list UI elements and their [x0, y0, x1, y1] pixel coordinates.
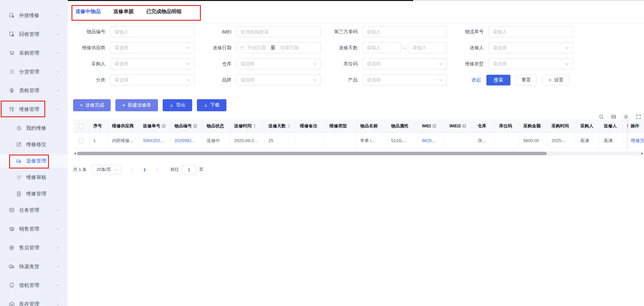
- sidebar-item-repair-audit[interactable]: 维修审核: [0, 171, 68, 184]
- item-no-input[interactable]: [110, 26, 195, 37]
- location-code-select[interactable]: 请选择: [362, 58, 447, 69]
- goto-page-input[interactable]: [182, 165, 197, 174]
- sidebar-item-repair-transfer[interactable]: 维修移交: [0, 138, 68, 151]
- sidebar-item-inventory[interactable]: 库存管理: [0, 297, 68, 306]
- buyer-select[interactable]: 请选择: [110, 58, 195, 69]
- col-item-status: 物品状态: [203, 119, 230, 132]
- table-inner: 序号 维修供应商 送修单号 物品编号 物品状态 送修时间 送修天数: [73, 119, 644, 149]
- reset-button[interactable]: 重置: [516, 75, 537, 85]
- cell-item-status: 送修中: [203, 133, 230, 148]
- tab-completed-item-details[interactable]: 已完成物品明细: [146, 8, 181, 15]
- col-send-days[interactable]: 送修天数: [264, 119, 296, 132]
- chevron-down-icon: [56, 70, 60, 74]
- sidebar-item-my-repairs[interactable]: 我的维修: [0, 121, 68, 135]
- next-page-icon[interactable]: [155, 168, 159, 172]
- sort-icon[interactable]: [287, 124, 290, 128]
- chevron-down-icon: [186, 46, 191, 50]
- plus-icon: +: [122, 103, 125, 108]
- repair-order-link[interactable]: SWX202...: [143, 138, 164, 143]
- send-days-min-input[interactable]: 请输入: [362, 42, 401, 53]
- fullscreen-icon[interactable]: [636, 114, 641, 120]
- table-density-icon[interactable]: [611, 114, 616, 120]
- cell-imei: IM25...: [418, 133, 445, 148]
- copy-icon[interactable]: [462, 124, 466, 128]
- download-button[interactable]: 下载: [197, 99, 226, 111]
- repair-doc-icon: [16, 191, 22, 197]
- collapse-link[interactable]: 收起: [472, 77, 481, 83]
- sidebar-item-quality[interactable]: 质检管理: [0, 84, 68, 97]
- repair-complete-button[interactable]: + 送修完成: [73, 99, 111, 111]
- category-select[interactable]: 请选择: [110, 74, 195, 85]
- sales-icon: [9, 226, 15, 232]
- page-size-select[interactable]: 20条/页: [92, 165, 121, 174]
- create-repair-order-button[interactable]: + 新建送修单: [115, 99, 158, 111]
- cell-repair-type: [325, 133, 356, 148]
- sidebar-item-external-repair[interactable]: 外接维修: [0, 9, 68, 22]
- product-select[interactable]: 请选择: [362, 74, 447, 85]
- scroll-left-arrow-icon[interactable]: [74, 152, 76, 155]
- repair-complete-link[interactable]: 维修完成: [631, 138, 644, 144]
- prev-page-icon[interactable]: [130, 168, 135, 172]
- sort-icon[interactable]: [253, 124, 256, 128]
- copy-icon[interactable]: [162, 124, 166, 128]
- current-page[interactable]: 1: [143, 167, 146, 172]
- chevron-down-icon: [56, 51, 60, 55]
- sidebar-item-loaner-devices[interactable]: 借机管理: [0, 279, 68, 292]
- product-label: 产品: [325, 77, 358, 83]
- download-label: 下载: [210, 102, 220, 108]
- sidebar-item-recycle[interactable]: 回收管理: [0, 27, 68, 41]
- col-send-time[interactable]: 送修时间: [230, 119, 264, 132]
- sidebar-item-sales[interactable]: 销售管理: [0, 222, 68, 236]
- sidebar-item-after-sales[interactable]: 售后管理: [0, 241, 68, 254]
- send-days-max-input[interactable]: 请输入: [408, 42, 447, 53]
- tab-items-in-repair[interactable]: 送修中物品: [75, 8, 101, 15]
- col-label: 送修时间: [234, 123, 252, 129]
- sidebar-item-repair-management[interactable]: 维修管理: [0, 187, 68, 200]
- chevron-down-icon: [313, 78, 317, 82]
- warehouse-select[interactable]: 请选择: [236, 58, 321, 69]
- sender-select[interactable]: 请选择: [488, 42, 573, 53]
- repair-type-select[interactable]: 请选择: [488, 58, 573, 69]
- select-all-checkbox[interactable]: [79, 124, 84, 128]
- sidebar-item-repair[interactable]: 维修管理: [0, 103, 68, 116]
- third-barcode-label: 第三方条码: [325, 29, 358, 35]
- sidebar-item-label: 送修管理: [26, 158, 46, 164]
- col-buyer: 采购人: [576, 119, 600, 132]
- sender-label: 送修人: [451, 45, 484, 51]
- third-barcode-input[interactable]: [362, 26, 447, 37]
- sidebar-item-label: 借机管理: [19, 282, 39, 289]
- gear-icon[interactable]: [623, 114, 629, 120]
- copy-icon[interactable]: [193, 124, 197, 128]
- sidebar-item-express-shipping[interactable]: 快递发货: [0, 260, 68, 273]
- sidebar-item-distribution[interactable]: 分货管理: [0, 65, 68, 78]
- logistics-no-input[interactable]: [488, 26, 573, 37]
- chevron-down-icon: [565, 46, 569, 50]
- chevron-down-icon: [56, 208, 60, 212]
- sidebar-item-purchase[interactable]: 采购管理: [0, 46, 68, 60]
- sidebar-item-send-repair[interactable]: 送修管理: [0, 154, 68, 168]
- col-imei: IMEI: [418, 119, 445, 132]
- export-button[interactable]: 导出: [163, 99, 192, 111]
- sidebar-item-tasks[interactable]: 任务管理: [0, 203, 68, 217]
- col-repair-remark: 维修备注: [296, 119, 325, 132]
- repair-supplier-select[interactable]: 请选择: [110, 42, 195, 53]
- sidebar-item-label: 质检管理: [19, 87, 39, 94]
- copy-icon[interactable]: [432, 124, 436, 128]
- chevron-down-icon: [186, 78, 191, 82]
- imei-input[interactable]: [236, 26, 321, 37]
- row-checkbox[interactable]: [79, 138, 84, 143]
- location-code-label: 库位码: [325, 61, 358, 67]
- brand-select[interactable]: 请选择: [236, 74, 321, 85]
- settings-button[interactable]: 设置: [542, 75, 569, 85]
- send-date-range-picker[interactable]: 开始日期 至 结束日期: [236, 42, 321, 53]
- scrollbar-thumb[interactable]: [77, 152, 547, 155]
- horizontal-scrollbar[interactable]: [73, 151, 644, 156]
- chevron-down-icon: [56, 32, 60, 37]
- table-row: 1 内部维修... SWX202... 2025092... 送修中 2025-…: [73, 133, 644, 149]
- item-no-link[interactable]: 2025092...: [174, 138, 195, 143]
- imei-link[interactable]: IM25...: [422, 138, 435, 143]
- search-button[interactable]: 搜索: [486, 75, 511, 85]
- search-icon[interactable]: [598, 114, 604, 120]
- tab-repair-orders[interactable]: 送修单据: [113, 8, 133, 15]
- scroll-right-arrow-icon[interactable]: [641, 152, 643, 155]
